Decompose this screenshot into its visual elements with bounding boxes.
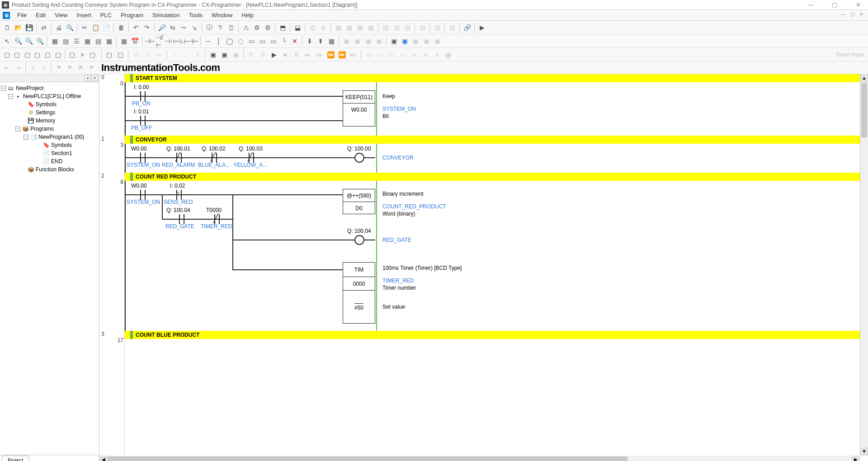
flag2-icon[interactable]: ⚑: [65, 63, 75, 73]
win-f-icon[interactable]: ▢: [53, 50, 63, 60]
flag1-icon[interactable]: ⚑: [54, 63, 64, 73]
win-g-icon[interactable]: ▢: [67, 50, 77, 60]
x8-icon[interactable]: ▦: [443, 50, 453, 60]
corner-icon[interactable]: └: [279, 36, 289, 46]
download-icon[interactable]: ⬇: [305, 36, 315, 46]
x7-icon[interactable]: ≡: [432, 50, 442, 60]
r2-tim-box[interactable]: TIM 0000 #50: [343, 262, 375, 324]
r1-coil-conveyor[interactable]: [354, 153, 364, 163]
win-c-icon[interactable]: ▢: [23, 50, 32, 60]
vscroll-down[interactable]: ▼: [860, 447, 868, 456]
chart6-icon[interactable]: ▤: [447, 23, 457, 33]
project-tab[interactable]: Project: [2, 456, 29, 461]
chart5-icon[interactable]: ▤: [432, 23, 442, 33]
find-next-icon[interactable]: ⤳: [179, 23, 189, 33]
x4-icon[interactable]: ▭: [398, 50, 408, 60]
r0-contact-pbon[interactable]: [138, 91, 147, 101]
tool-e-icon[interactable]: ▥: [307, 23, 317, 33]
x2-icon[interactable]: ▭: [375, 50, 385, 60]
tree-newprogram[interactable]: NewProgram1 (00): [38, 134, 84, 140]
online-icon[interactable]: ▣: [219, 50, 229, 60]
tool-b-icon[interactable]: ⚙: [263, 23, 273, 33]
r2-contact-redgate[interactable]: [177, 214, 186, 224]
preview-icon[interactable]: 🔍: [65, 23, 75, 33]
r2-contact-sensred[interactable]: ↑: [175, 190, 184, 200]
sim-b-icon[interactable]: ▣: [400, 36, 410, 46]
force-on-icon[interactable]: ↻: [246, 50, 256, 60]
nav-left-icon[interactable]: ↗: [192, 50, 202, 60]
mon-toggle-icon[interactable]: ▣: [208, 50, 218, 60]
chart4-icon[interactable]: ▤: [417, 23, 427, 33]
paste-icon[interactable]: 📄: [101, 23, 111, 33]
pause-icon[interactable]: ⏸: [318, 23, 328, 33]
zoom-100-icon[interactable]: 🔍: [35, 36, 45, 46]
tree-symbols[interactable]: Symbols: [36, 101, 57, 108]
coil-nc-icon[interactable]: ◌: [236, 36, 245, 46]
rn2-icon[interactable]: 2: [142, 50, 152, 60]
view-mem-icon[interactable]: ▦: [104, 36, 114, 46]
vscrollbar[interactable]: ▲ ▼: [860, 74, 868, 456]
replace-icon[interactable]: ⇆: [168, 23, 178, 33]
play-icon[interactable]: ▶: [269, 50, 279, 60]
x1-icon[interactable]: ▭: [364, 50, 374, 60]
cut-icon[interactable]: ✂: [80, 23, 90, 33]
stop-icon[interactable]: ■: [280, 50, 290, 60]
mon2-icon[interactable]: ▣: [352, 36, 362, 46]
view-watch-icon[interactable]: ☰: [71, 36, 81, 46]
flag3-icon[interactable]: ⚑: [75, 63, 85, 73]
menu-tools[interactable]: Tools: [184, 11, 207, 19]
func3-icon[interactable]: ▭: [268, 36, 278, 46]
x6-icon[interactable]: ≡: [420, 50, 430, 60]
win-e-icon[interactable]: ▢: [43, 50, 52, 60]
tree-plc[interactable]: NewPLC1[CP1L] Offline: [23, 93, 81, 99]
view-grid-icon[interactable]: ▦: [119, 36, 129, 46]
mdi-close[interactable]: ✕: [857, 12, 865, 19]
coil-icon[interactable]: ◯: [225, 36, 235, 46]
chart2-icon[interactable]: ▤: [392, 23, 401, 33]
sim-d-icon[interactable]: ▣: [421, 36, 431, 46]
tree-memory[interactable]: Memory: [36, 118, 55, 124]
tree-expand-newprog[interactable]: −: [24, 135, 28, 140]
tree-psymbols[interactable]: Symbols: [51, 142, 72, 148]
tree-expand-plc[interactable]: −: [8, 94, 13, 99]
open-icon[interactable]: 📂: [13, 23, 23, 33]
print-icon[interactable]: 🖨: [54, 23, 64, 33]
del-elem-icon[interactable]: ✕: [290, 36, 300, 46]
vline-icon[interactable]: │: [214, 36, 224, 46]
align-mid-icon[interactable]: ≡: [39, 63, 49, 73]
menu-file[interactable]: File: [13, 11, 31, 19]
find-icon[interactable]: 🔎: [157, 23, 167, 33]
contact-fall-icon[interactable]: ⊣↓⊢: [177, 36, 187, 46]
view-output-icon[interactable]: ▤: [61, 36, 71, 46]
r1-contact-red[interactable]: ╱: [175, 153, 184, 163]
force-off-icon[interactable]: ↺: [258, 50, 268, 60]
info-icon[interactable]: ⓘ: [204, 23, 214, 33]
mdi-restore[interactable]: ▢: [848, 12, 856, 19]
x5-icon[interactable]: ≡: [409, 50, 419, 60]
func2-icon[interactable]: ▭: [257, 36, 267, 46]
transfer-icon[interactable]: ▦: [326, 36, 336, 46]
context-help-icon[interactable]: ⍰: [226, 23, 236, 33]
or-contact-icon[interactable]: ⊣⊢: [188, 36, 198, 46]
mon1-icon[interactable]: ▣: [341, 36, 351, 46]
tree-expand-root[interactable]: −: [1, 86, 6, 91]
vscroll-up[interactable]: ▲: [860, 74, 868, 82]
indent-right-icon[interactable]: ⇥: [13, 63, 23, 73]
view-project-icon[interactable]: ▦: [50, 36, 60, 46]
win-a-icon[interactable]: ▢: [2, 50, 12, 60]
vscroll-thumb[interactable]: [861, 83, 867, 137]
tile-b-icon[interactable]: ▢: [115, 50, 125, 60]
step3-icon[interactable]: ⏩: [326, 50, 335, 60]
tree-close-icon[interactable]: ✕: [92, 75, 98, 81]
undo-icon[interactable]: ↶: [131, 23, 141, 33]
grid2-icon[interactable]: ▦: [344, 23, 354, 33]
nav-up-icon[interactable]: ↑: [170, 50, 179, 60]
tree-section1[interactable]: Section1: [51, 150, 72, 156]
func-icon[interactable]: ▭: [246, 36, 256, 46]
r0-keep-box[interactable]: KEEP(011) W0.00: [343, 90, 375, 127]
compare-icon[interactable]: ⇄: [39, 23, 49, 33]
grid1-icon[interactable]: ▦: [333, 23, 343, 33]
warning-icon[interactable]: ⚠: [241, 23, 251, 33]
save-icon[interactable]: 💾: [24, 23, 34, 33]
contact-no-icon[interactable]: ⊣⊢: [145, 36, 155, 46]
